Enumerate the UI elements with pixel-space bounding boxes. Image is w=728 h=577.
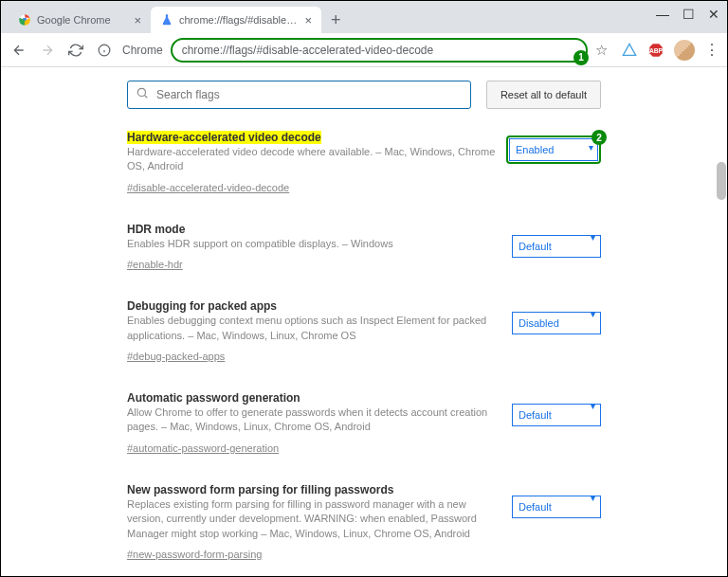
- flag-title: Hardware-accelerated video decode: [127, 131, 321, 144]
- flag-title: New password form parsing for filling pa…: [127, 483, 393, 496]
- flag-title: Debugging for packed apps: [127, 299, 277, 313]
- flag-anchor-link[interactable]: #disable-accelerated-video-decode: [127, 182, 289, 193]
- flag-anchor-link[interactable]: #debug-packed-apps: [127, 351, 225, 362]
- flag-state-select[interactable]: DefaultEnabledDisabled: [509, 138, 598, 161]
- search-flags-input[interactable]: [156, 88, 463, 101]
- maximize-button[interactable]: ☐: [682, 7, 695, 22]
- tab-title: Google Chrome: [37, 14, 128, 26]
- tab-chrome-flags[interactable]: chrome://flags/#disable-accelera ×: [151, 7, 321, 33]
- svg-point-5: [137, 88, 145, 96]
- flag-title: HDR mode: [127, 223, 185, 236]
- url-prefix: Chrome: [122, 44, 163, 57]
- annotation-badge-2: 2: [592, 130, 607, 145]
- flag-title: Automatic password generation: [127, 391, 300, 405]
- close-tab-icon[interactable]: ×: [304, 13, 312, 27]
- tab-strip: Google Chrome × chrome://flags/#disable-…: [1, 1, 727, 33]
- flag-state-select[interactable]: DefaultEnabledDisabled: [512, 235, 601, 258]
- flag-state-select[interactable]: DefaultEnabledDisabled: [512, 496, 601, 518]
- flag-item: Debugging for packed appsEnables debuggi…: [127, 297, 601, 364]
- flag-select-wrap: DefaultEnabledDisabled2: [506, 135, 601, 164]
- extension-adblock-icon[interactable]: ABP: [647, 42, 664, 59]
- flag-anchor-link[interactable]: #new-password-form-parsing: [127, 549, 262, 560]
- tab-title: chrome://flags/#disable-accelera: [179, 14, 299, 26]
- menu-button[interactable]: ⋮: [704, 41, 719, 59]
- tab-google-chrome[interactable]: Google Chrome ×: [9, 7, 151, 33]
- annotation-badge-1: 1: [573, 50, 589, 65]
- reset-all-button[interactable]: Reset all to default: [486, 81, 601, 109]
- toolbar: Chrome chrome://flags/#disable-accelerat…: [1, 33, 727, 67]
- chrome-favicon-icon: [18, 13, 31, 27]
- svg-text:ABP: ABP: [649, 46, 664, 53]
- url-text: chrome://flags/#disable-accelerated-vide…: [182, 44, 433, 57]
- flask-favicon-icon: [160, 13, 173, 27]
- flags-list: Hardware-accelerated video decodeHardwar…: [127, 128, 601, 577]
- flag-anchor-link[interactable]: #automatic-password-generation: [127, 442, 279, 454]
- search-row: Reset all to default: [127, 81, 601, 109]
- flag-item: HDR modeEnables HDR support on compatibl…: [127, 220, 601, 272]
- page-content: Reset all to default Hardware-accelerate…: [1, 67, 727, 577]
- flag-item: Hardware-accelerated video decodeHardwar…: [127, 128, 601, 195]
- search-icon: [136, 86, 149, 103]
- address-bar[interactable]: chrome://flags/#disable-accelerated-vide…: [171, 38, 588, 63]
- scrollbar-thumb[interactable]: [717, 162, 726, 200]
- back-button[interactable]: [9, 40, 29, 61]
- flag-state-select[interactable]: DefaultEnabledDisabled: [512, 312, 601, 334]
- minimize-button[interactable]: —: [656, 7, 669, 22]
- bookmark-star-icon[interactable]: ☆: [595, 42, 608, 59]
- close-window-button[interactable]: ✕: [708, 7, 719, 22]
- reload-button[interactable]: [65, 40, 86, 61]
- forward-button[interactable]: [37, 40, 58, 61]
- extension-triangle-icon[interactable]: [621, 42, 638, 59]
- flag-item: New password form parsing for filling pa…: [127, 480, 601, 562]
- toolbar-extensions: ABP ⋮: [621, 40, 719, 61]
- window-controls: — ☐ ✕: [656, 7, 719, 22]
- site-info-icon[interactable]: [94, 40, 115, 61]
- flag-anchor-link[interactable]: #enable-hdr: [127, 259, 183, 270]
- flag-state-select[interactable]: DefaultEnabledDisabled: [512, 404, 601, 426]
- close-tab-icon[interactable]: ×: [134, 13, 141, 27]
- new-tab-button[interactable]: +: [321, 10, 351, 30]
- profile-avatar[interactable]: [674, 40, 695, 61]
- search-flags-box[interactable]: [127, 81, 471, 109]
- flag-item: Automatic password generationAllow Chrom…: [127, 388, 601, 456]
